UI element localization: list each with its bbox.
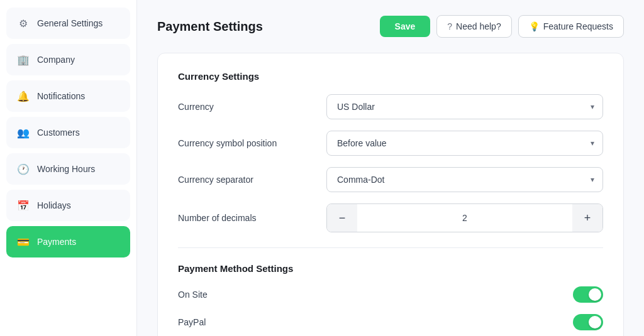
- save-button[interactable]: Save: [380, 16, 431, 37]
- currency-field: US Dollar Euro British Pound Japanese Ye…: [326, 94, 603, 119]
- payments-icon: 💳: [17, 236, 30, 248]
- decimals-value[interactable]: [357, 213, 572, 223]
- paypal-row: PayPal: [178, 314, 603, 330]
- customers-icon: 👥: [17, 126, 30, 139]
- currency-symbol-position-field: Before value After value ▾: [326, 131, 603, 156]
- currency-row: Currency US Dollar Euro British Pound Ja…: [178, 94, 603, 119]
- holidays-label: Holidays: [37, 200, 71, 210]
- content-card: Currency Settings Currency US Dollar Eur…: [157, 53, 624, 336]
- sidebar-item-holidays[interactable]: 📅 Holidays: [6, 190, 130, 221]
- page-title: Payment Settings: [157, 19, 263, 34]
- feature-requests-button[interactable]: 💡 Feature Requests: [518, 15, 624, 38]
- decimals-label: Number of decimals: [178, 213, 316, 223]
- working-hours-label: Working Hours: [37, 164, 95, 174]
- payment-method-section-title: Payment Method Settings: [178, 263, 603, 274]
- payments-label: Payments: [37, 237, 76, 247]
- company-icon: 🏢: [17, 53, 30, 66]
- sidebar-item-general-settings[interactable]: ⚙ General Settings: [6, 8, 130, 39]
- working-hours-icon: 🕐: [17, 163, 30, 175]
- lightbulb-icon: 💡: [529, 21, 540, 31]
- currency-separator-field: Comma-Dot Dot-Comma Space-Comma ▾: [326, 167, 603, 192]
- currency-separator-row: Currency separator Comma-Dot Dot-Comma S…: [178, 167, 603, 192]
- decimals-row: Number of decimals − +: [178, 203, 603, 232]
- currency-symbol-position-label: Currency symbol position: [178, 138, 316, 148]
- header-actions: Save ? Need help? 💡 Feature Requests: [380, 15, 624, 38]
- paypal-toggle[interactable]: [573, 314, 603, 330]
- on-site-slider: [573, 286, 603, 303]
- decimals-plus-button[interactable]: +: [572, 204, 602, 232]
- help-label: Need help?: [456, 21, 501, 31]
- decimals-stepper-wrap: − +: [326, 203, 603, 232]
- sidebar-item-company[interactable]: 🏢 Company: [6, 44, 130, 75]
- notifications-icon: 🔔: [17, 90, 30, 102]
- decimals-minus-button[interactable]: −: [327, 204, 357, 232]
- general-settings-icon: ⚙: [17, 17, 30, 30]
- currency-section-title: Currency Settings: [178, 71, 603, 82]
- on-site-label: On Site: [178, 290, 208, 300]
- sidebar-item-payments[interactable]: 💳 Payments: [6, 226, 130, 257]
- sidebar-item-notifications[interactable]: 🔔 Notifications: [6, 80, 130, 112]
- holidays-icon: 📅: [17, 199, 30, 212]
- currency-symbol-position-row: Currency symbol position Before value Af…: [178, 131, 603, 156]
- help-icon: ?: [447, 21, 452, 31]
- on-site-toggle[interactable]: [573, 286, 603, 303]
- currency-separator-select[interactable]: Comma-Dot Dot-Comma Space-Comma: [326, 167, 603, 192]
- on-site-toggle-wrap: [573, 286, 603, 303]
- need-help-button[interactable]: ? Need help?: [436, 15, 511, 38]
- feature-label: Feature Requests: [543, 21, 613, 31]
- company-label: Company: [37, 55, 75, 65]
- paypal-slider: [573, 314, 603, 330]
- sidebar-item-customers[interactable]: 👥 Customers: [6, 117, 130, 148]
- paypal-toggle-wrap: [573, 314, 603, 330]
- general-settings-label: General Settings: [37, 18, 103, 28]
- page-header: Payment Settings Save ? Need help? 💡 Fea…: [157, 15, 624, 38]
- customers-label: Customers: [37, 127, 80, 138]
- on-site-row: On Site: [178, 286, 603, 303]
- main-content: Payment Settings Save ? Need help? 💡 Fea…: [137, 0, 644, 336]
- decimals-stepper: − +: [326, 203, 603, 232]
- currency-symbol-position-select[interactable]: Before value After value: [326, 131, 603, 156]
- sidebar: ⚙ General Settings 🏢 Company 🔔 Notificat…: [0, 0, 137, 336]
- currency-select[interactable]: US Dollar Euro British Pound Japanese Ye…: [326, 94, 603, 119]
- section-divider: [178, 247, 603, 248]
- paypal-label: PayPal: [178, 317, 206, 327]
- notifications-label: Notifications: [37, 91, 85, 101]
- currency-label: Currency: [178, 102, 316, 112]
- currency-separator-label: Currency separator: [178, 175, 316, 185]
- sidebar-item-working-hours[interactable]: 🕐 Working Hours: [6, 153, 130, 185]
